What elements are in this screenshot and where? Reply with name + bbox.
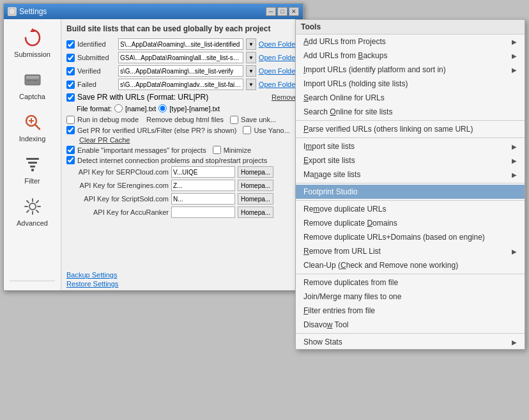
api-serengines-input[interactable] [171, 180, 235, 191]
menu-item-remove-dup-domains[interactable]: Remove duplicate Domains [296, 216, 525, 230]
api-scriptsold-homepage[interactable]: Homepa... [238, 193, 273, 205]
radio-type-name-txt[interactable] [158, 104, 167, 113]
verified-checkbox[interactable] [66, 67, 75, 75]
pr-filter-label: Get PR for verified URLs/Filter (else PR… [77, 127, 236, 134]
menu-item-add-urls-backups[interactable]: Add URLs from Backups ▶ [296, 49, 525, 63]
remove-link[interactable]: Remove [272, 93, 298, 101]
sidebar-item-captcha[interactable]: Captcha [6, 64, 59, 105]
sidebar-item-indexing[interactable]: Indexing [6, 106, 59, 147]
menu-item-remove-dup-file[interactable]: Remove duplicates from file [296, 276, 525, 290]
verified-dropdown[interactable]: ▼ [246, 65, 256, 77]
save-unk-label: Save unk... [241, 116, 276, 123]
settings-window: ⚙ Settings ─ □ ✕ Submission [3, 3, 303, 291]
restore-settings-link[interactable]: Restore Settings [66, 280, 298, 288]
menu-item-add-urls-projects[interactable]: Add URLs from Projects ▶ [296, 35, 525, 49]
arrow-icon: ▶ [512, 171, 517, 178]
menu-item-search-online-urls[interactable]: Search Online for URLs [296, 91, 525, 105]
api-serpcloud-input[interactable] [171, 166, 235, 178]
sidebar-item-filter[interactable]: Filter [6, 148, 59, 189]
close-button[interactable]: ✕ [289, 7, 299, 16]
menu-item-export-site-lists[interactable]: Export site lists ▶ [296, 153, 525, 167]
menu-item-search-online-urls-label: Search Online for URLs [303, 93, 385, 102]
api-accuranker-row: API Key for AccuRanker Homepa... [66, 206, 298, 218]
api-scriptsold-input[interactable] [171, 193, 235, 205]
sidebar-item-submission[interactable]: Submission [6, 22, 59, 63]
menu-item-import-holding[interactable]: Import URLs (holding site lists) [296, 77, 525, 91]
site-list-row-submitted: Submitted ▼ Open Folder [66, 52, 298, 63]
identified-path[interactable] [118, 38, 243, 50]
menu-item-manage-site-lists[interactable]: Manage site lists ▶ [296, 167, 525, 182]
api-accuranker-label: API Key for AccuRanker [66, 208, 169, 216]
sidebar-item-advanced[interactable]: Advanced [6, 191, 59, 231]
verified-label: Verified [77, 67, 116, 75]
menu-item-show-stats[interactable]: Show Stats ▶ [296, 335, 525, 349]
pr-filter-row: Get PR for verified URLs/Filter (else PR… [66, 126, 298, 134]
api-serengines-label: API Key for SErengines.com [66, 182, 169, 189]
indexing-icon [21, 111, 44, 134]
api-accuranker-homepage[interactable]: Homepa... [238, 206, 273, 218]
submitted-open-folder[interactable]: Open Folder [259, 54, 298, 61]
detect-checkbox[interactable] [66, 156, 75, 164]
svg-rect-3 [26, 80, 31, 81]
menu-item-import-identify[interactable]: Import URLs (identify platform and sort … [296, 63, 525, 77]
name-txt-label: [name].txt [125, 105, 156, 113]
radio-name-txt[interactable] [114, 104, 123, 113]
menu-item-filter-entries[interactable]: Filter entries from file [296, 304, 525, 318]
site-list-row-identified: Identified ▼ Open Folder [66, 38, 298, 50]
submitted-path[interactable] [118, 52, 243, 63]
menu-item-search-online-lists[interactable]: Search Online for site lists [296, 105, 525, 119]
api-serpcloud-row: API Key for SERPCloud.com Homepa... [66, 166, 298, 178]
failed-dropdown[interactable]: ▼ [246, 79, 256, 90]
identified-open-folder[interactable]: Open Folder [259, 40, 298, 48]
api-serpcloud-homepage[interactable]: Homepa... [238, 166, 273, 178]
identified-dropdown[interactable]: ▼ [246, 38, 256, 50]
sidebar: Submission Captcha [4, 19, 61, 290]
svg-rect-10 [28, 162, 37, 164]
sidebar-item-filter-label: Filter [24, 177, 40, 185]
sidebar-item-indexing-label: Indexing [19, 135, 46, 143]
menu-item-footprint-studio[interactable]: Footprint Studio [296, 185, 525, 199]
menu-item-join-merge[interactable]: Join/Merge many files to one [296, 290, 525, 304]
menu-item-import-identify-label: Import URLs (identify platform and sort … [303, 65, 446, 74]
menu-item-parse-verified[interactable]: Parse verified URLs (others linking on s… [296, 122, 525, 136]
menu-item-add-urls-projects-label: Add URLs from Projects [303, 37, 386, 46]
maximize-button[interactable]: □ [277, 7, 288, 16]
save-pr-checkbox[interactable] [66, 93, 75, 102]
failed-open-folder[interactable]: Open Folder [259, 81, 298, 88]
failed-path[interactable] [118, 79, 243, 90]
pr-filter-checkbox[interactable] [66, 126, 75, 134]
verified-path[interactable] [118, 65, 243, 77]
submitted-dropdown[interactable]: ▼ [246, 52, 256, 63]
save-unk-checkbox[interactable] [230, 116, 238, 124]
menu-item-import-site-lists[interactable]: Import site lists ▶ [296, 139, 525, 153]
minimize-button[interactable]: ─ [266, 7, 276, 16]
important-messages-checkbox[interactable] [66, 146, 75, 154]
backup-settings-link[interactable]: Backup Settings [66, 271, 298, 279]
identified-checkbox[interactable] [66, 40, 75, 49]
menu-separator-4 [296, 200, 525, 201]
menu-item-search-online-lists-label: Search Online for site lists [303, 107, 392, 116]
verified-open-folder[interactable]: Open Folder [259, 67, 298, 75]
menu-item-remove-from-list[interactable]: Remove from URL List ▶ [296, 244, 525, 258]
tools-dropdown-menu: Tools Add URLs from Projects ▶ Add URLs … [295, 19, 525, 350]
menu-item-disavow[interactable]: Disavow Tool [296, 318, 525, 332]
api-serengines-homepage[interactable]: Homepa... [238, 180, 273, 191]
filter-icon [21, 153, 44, 176]
menu-item-show-stats-label: Show Stats [303, 338, 342, 346]
minimize-checkbox[interactable] [213, 146, 221, 154]
clear-pr-cache-link[interactable]: Clear PR Cache [79, 136, 130, 144]
api-accuranker-input[interactable] [171, 206, 235, 218]
type-name-txt-label: [type]-[name].txt [169, 105, 220, 113]
menu-item-remove-dup-both[interactable]: Remove duplicate URLs+Domains (based on … [296, 230, 525, 244]
menu-item-remove-dup-domains-label: Remove duplicate Domains [303, 219, 397, 228]
menu-item-remove-dup-urls[interactable]: Remove duplicate URLs [296, 202, 525, 216]
failed-checkbox[interactable] [66, 81, 75, 89]
save-pr-label: Save PR with URLs (Format: URL|PR) [77, 93, 208, 102]
use-yano-checkbox[interactable] [243, 126, 251, 134]
submitted-checkbox[interactable] [66, 54, 75, 62]
menu-item-cleanup[interactable]: Clean-Up (Check and Remove none working) [296, 258, 525, 272]
api-serengines-row: API Key for SErengines.com Homepa... [66, 180, 298, 191]
title-bar-controls: ─ □ ✕ [266, 7, 299, 16]
debug-mode-checkbox[interactable] [66, 116, 75, 124]
menu-item-parse-verified-label: Parse verified URLs (others linking on s… [303, 125, 473, 134]
